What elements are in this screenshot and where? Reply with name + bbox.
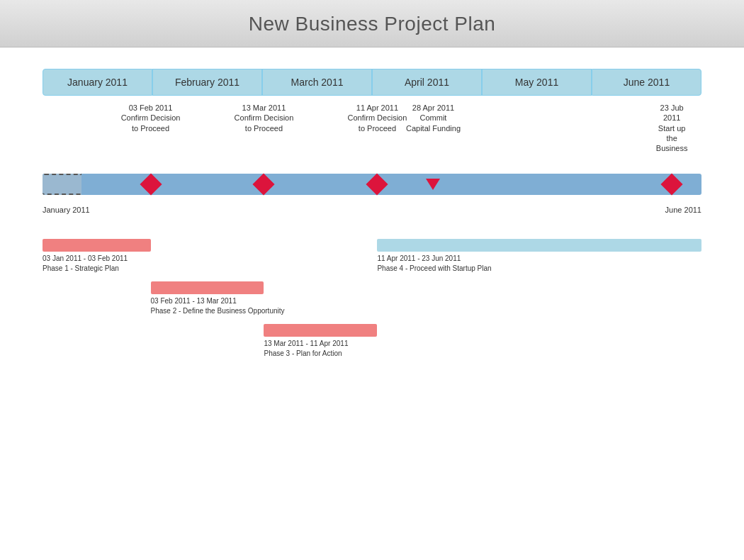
gantt-section: 03 Jan 2011 - 03 Feb 2011Phase 1 - Strat… xyxy=(43,228,701,384)
phase-label-3: 13 Mar 2011 - 11 Apr 2011Phase 3 - Plan … xyxy=(264,339,348,359)
month-may: May 2011 xyxy=(482,69,592,96)
milestone-label-3: 28 Apr 2011CommitCapital Funding xyxy=(406,103,461,133)
timeline-header: January 2011 February 2011 March 2011 Ap… xyxy=(43,69,701,96)
content: January 2011 February 2011 March 2011 Ap… xyxy=(0,47,744,384)
milestone-labels: 03 Feb 2011Confirm Decisionto Proceed 13… xyxy=(43,103,701,167)
milestone-triangle-3 xyxy=(426,179,440,190)
phase-label-1: 03 Jan 2011 - 03 Feb 2011Phase 1 - Strat… xyxy=(43,254,128,274)
milestone-label-1: 13 Mar 2011Confirm Decisionto Proceed xyxy=(235,103,294,133)
phase-bar-2 xyxy=(151,281,264,294)
phase-label-4: 11 Apr 2011 - 23 Jun 2011Phase 4 - Proce… xyxy=(377,254,491,274)
milestone-label-2: 11 Apr 2011Confirm Decisionto Proceed xyxy=(348,103,407,133)
phase-bar-1 xyxy=(43,239,151,252)
phase-bar-3 xyxy=(264,324,377,337)
month-jan: January 2011 xyxy=(43,69,152,96)
month-apr: April 2011 xyxy=(372,69,482,96)
timeline-bar-wrapper xyxy=(43,167,701,202)
bar-end-date: June 2011 xyxy=(665,206,701,214)
dashed-section xyxy=(43,174,81,195)
header: New Business Project Plan xyxy=(0,0,744,47)
month-mar: March 2011 xyxy=(262,69,372,96)
bar-dates: January 2011 June 2011 xyxy=(43,206,701,214)
phase-bar-4 xyxy=(377,239,701,252)
milestone-label-4: 23 Jub 2011Start up the Business xyxy=(656,103,688,153)
page-title: New Business Project Plan xyxy=(0,13,744,35)
month-jun: June 2011 xyxy=(592,69,701,96)
milestone-label-0: 03 Feb 2011Confirm Decisionto Proceed xyxy=(121,103,181,133)
phase-label-2: 03 Feb 2011 - 13 Mar 2011Phase 2 - Defin… xyxy=(151,296,285,316)
month-feb: February 2011 xyxy=(152,69,262,96)
bar-start-date: January 2011 xyxy=(43,206,90,214)
page-wrapper: New Business Project Plan January 2011 F… xyxy=(0,0,744,560)
